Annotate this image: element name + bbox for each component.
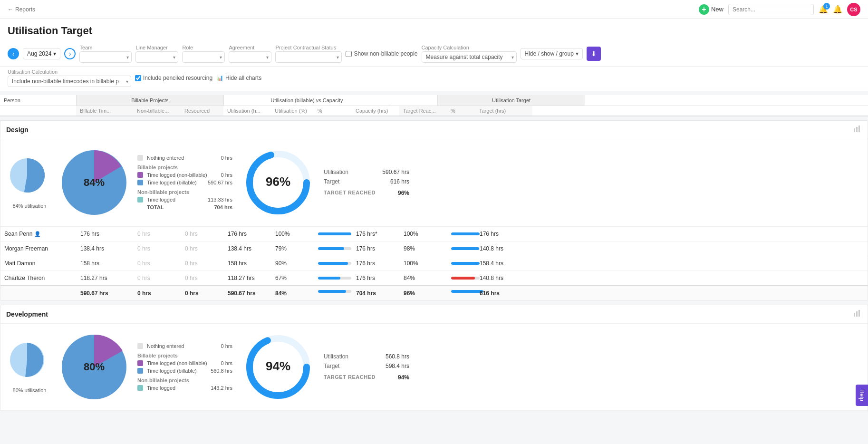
progress-fill xyxy=(318,232,351,235)
dev-small-pie-label: 80% utilisation xyxy=(13,387,47,393)
target-bar-cell xyxy=(447,243,476,254)
development-section: Development 80% utilisation 8 xyxy=(0,305,868,411)
show-non-billable-checkbox[interactable] xyxy=(346,51,352,57)
totals-resourced: 0 hrs xyxy=(181,286,224,300)
progress-fill xyxy=(318,262,348,265)
include-penciled-checkbox[interactable] xyxy=(135,75,141,81)
billable-dot xyxy=(137,180,143,185)
bar-cell xyxy=(314,258,352,269)
download-button[interactable]: ⬇ xyxy=(587,47,601,61)
prev-month-button[interactable]: ‹ xyxy=(8,48,19,59)
table-row: Morgan Freeman 138.4 hrs 0 hrs 0 hrs 138… xyxy=(0,241,868,256)
download-icon: ⬇ xyxy=(591,50,597,58)
back-link-label: Reports xyxy=(15,6,35,13)
role-filter-select[interactable] xyxy=(182,51,225,63)
dev-donut: 94% xyxy=(242,331,314,403)
agreement-filter-wrapper: Agreement xyxy=(229,45,271,63)
totals-non-billable: 0 hrs xyxy=(134,286,181,300)
non-billable-time-legend: Time logged 113.33 hrs xyxy=(137,197,232,203)
dev-stats: Utilisation 560.8 hrs Target 598.4 hrs T… xyxy=(324,353,409,381)
show-non-billable-label: Show non-billable people xyxy=(354,50,417,57)
target-bar xyxy=(451,247,480,250)
dev-small-pie xyxy=(8,341,46,379)
include-penciled-label: Include penciled resourcing xyxy=(143,75,212,81)
dev-target-reached-row: TARGET REACHED 94% xyxy=(324,374,409,381)
utilisation-calc-select[interactable]: Include non-billable timecodes in billab… xyxy=(8,76,131,87)
svg-rect-2 xyxy=(858,125,860,132)
help-button[interactable]: Help xyxy=(856,385,868,406)
dev-non-billable-dot xyxy=(137,360,143,366)
date-picker[interactable]: Aug 2024 ▾ xyxy=(23,48,60,59)
billable-time-cell: 118.27 hrs xyxy=(77,271,134,285)
capacity-calc-select-wrap: Measure against total capacity xyxy=(422,51,517,63)
dev-billable-time-legend: Time logged (billable) 560.8 hrs xyxy=(137,368,232,374)
empty-col-group xyxy=(390,95,437,106)
svg-rect-9 xyxy=(858,310,860,317)
util-hrs-cell: 138.4 hrs xyxy=(224,241,271,256)
capacity-cell: 176 hrs xyxy=(352,271,400,285)
total-dot xyxy=(137,204,143,210)
person-cell: Matt Damon xyxy=(0,256,77,270)
design-stats: Utilisation 590.67 hrs Target 616 hrs TA… xyxy=(324,169,409,196)
totals-bar-cell xyxy=(314,286,352,300)
target-fill xyxy=(451,277,475,280)
capacity-calc-select[interactable]: Measure against total capacity xyxy=(422,51,517,63)
capacity-calc-filter-wrapper: Capacity Calculation Measure against tot… xyxy=(422,45,517,63)
agreement-filter-select[interactable] xyxy=(229,51,271,63)
team-filter-select[interactable] xyxy=(79,51,132,63)
design-charts-area: 84% utilisation 84% Nothing entered 0 hr… xyxy=(0,139,868,226)
top-bar: ← Reports + New 🔔 1 🔔 CS xyxy=(0,0,868,19)
next-month-button[interactable]: › xyxy=(64,48,76,59)
col-h-util-pct: Utilisation (%) xyxy=(271,106,314,116)
notification-badge: 1 xyxy=(823,3,830,10)
contract-status-label: Project Contractual Status xyxy=(275,45,342,50)
manager-icon: 👤 xyxy=(34,231,41,237)
top-bar-right: + New 🔔 1 🔔 CS xyxy=(699,3,860,16)
line-manager-filter-wrapper: Line Manager xyxy=(135,45,178,63)
filters-bar-2: Utilisation Calculation Include non-bill… xyxy=(0,67,868,91)
dev-billable-label: Billable projects xyxy=(137,353,232,358)
dev-legend: Nothing entered 0 hrs Billable projects … xyxy=(137,343,232,391)
dev-time-logged-dot xyxy=(137,385,143,391)
bell-icon[interactable]: 🔔 xyxy=(833,5,842,14)
person-cell: Sean Penn 👤 xyxy=(0,227,77,241)
line-manager-select[interactable] xyxy=(135,51,178,63)
hide-charts-button[interactable]: 📊 Hide all charts xyxy=(216,75,261,81)
table-row: Matt Damon 158 hrs 0 hrs 0 hrs 158 hrs 9… xyxy=(0,256,868,270)
date-caret-icon: ▾ xyxy=(53,50,56,57)
target-col-group-label: Utilisation Target xyxy=(492,97,530,103)
utilisation-calc-wrapper: Utilisation Calculation Include non-bill… xyxy=(8,69,131,87)
person-col-label: Person xyxy=(4,97,20,103)
col-h-capacity: Capacity (hrs) xyxy=(352,106,399,116)
progress-fill xyxy=(318,277,340,280)
team-filter-select-wrap xyxy=(79,51,132,63)
dev-big-pie-label: 80% xyxy=(84,361,105,373)
dev-non-billable-legend: Time logged (non-billable) 0 hrs xyxy=(137,360,232,366)
capacity-cell: 176 hrs* xyxy=(352,227,400,241)
notification-icon[interactable]: 🔔 1 xyxy=(819,5,828,14)
non-billable-dot xyxy=(137,172,143,178)
search-input[interactable] xyxy=(728,4,814,15)
target-fill xyxy=(451,262,480,265)
new-button[interactable]: + New xyxy=(699,4,723,15)
back-link[interactable]: ← Reports xyxy=(8,6,35,13)
hide-show-group-label: Hide / show / group xyxy=(525,50,574,57)
target-col-group: Utilisation Target xyxy=(437,95,585,106)
chart-icon: 📊 xyxy=(216,75,223,81)
dev-small-pie-wrap: 80% utilisation xyxy=(8,341,51,393)
bar-cell xyxy=(314,229,352,239)
include-penciled-checkbox-label[interactable]: Include penciled resourcing xyxy=(135,75,212,81)
non-billable-cell: 0 hrs xyxy=(134,271,181,285)
design-chart-toggle-button[interactable] xyxy=(853,125,862,135)
utilisation-calc-label: Utilisation Calculation xyxy=(8,69,131,75)
dev-utilisation-row: Utilisation 560.8 hrs xyxy=(324,353,409,360)
date-picker-label: Aug 2024 xyxy=(27,50,51,57)
contract-status-select[interactable] xyxy=(275,51,342,63)
billable-col-group-label: Billable Projects xyxy=(131,97,168,103)
table-headers: Person Billable Projects Utilisation (bi… xyxy=(0,95,868,116)
development-chart-toggle-button[interactable] xyxy=(853,309,862,319)
hide-show-group-button[interactable]: Hide / show / group ▾ xyxy=(521,48,583,59)
avatar[interactable]: CS xyxy=(847,3,860,16)
role-filter-select-wrap xyxy=(182,51,225,63)
show-non-billable-checkbox-label[interactable]: Show non-billable people xyxy=(346,50,417,57)
